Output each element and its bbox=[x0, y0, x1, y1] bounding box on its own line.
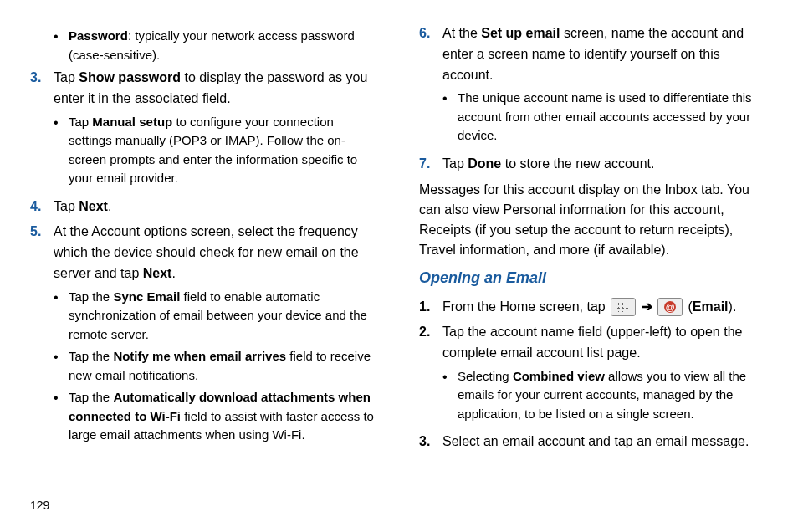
step-6-sub: • The unique account name is used to dif… bbox=[442, 89, 768, 146]
open-step-2-body: Tap the account name field (upper-left) … bbox=[442, 322, 768, 427]
manual-setup-label: Manual setup bbox=[92, 115, 172, 129]
step-4-number: 4. bbox=[30, 197, 54, 217]
text: . bbox=[171, 266, 175, 280]
step-5-number: 5. bbox=[30, 222, 54, 448]
email-icon bbox=[657, 298, 683, 316]
step-6-number: 6. bbox=[419, 23, 442, 149]
manual-setup-text: Tap Manual setup to configure your conne… bbox=[69, 113, 379, 188]
text: to store the new account. bbox=[501, 156, 654, 171]
text: Selecting bbox=[458, 369, 513, 383]
password-bullet-wrap: • Password: typically your network acces… bbox=[54, 27, 379, 64]
page-content: • Password: typically your network acces… bbox=[0, 0, 798, 458]
step-4: 4. Tap Next. bbox=[30, 197, 379, 217]
step-4-body: Tap Next. bbox=[54, 197, 379, 217]
text: Tap the bbox=[69, 289, 113, 304]
text: At the bbox=[442, 26, 481, 40]
set-up-email-label: Set up email bbox=[481, 26, 560, 40]
show-password-label: Show password bbox=[79, 70, 181, 84]
step-7-body: Tap Done to store the new account. bbox=[442, 154, 768, 175]
text: Tap the bbox=[69, 390, 113, 404]
open-step-3-number: 3. bbox=[419, 432, 442, 453]
unique-name-text: The unique account name is used to diffe… bbox=[458, 89, 768, 146]
step-5-body: At the Account options screen, select th… bbox=[54, 222, 379, 448]
step-5-sub1: • Tap the Sync Email field to enable aut… bbox=[54, 288, 379, 345]
step-3-body: Tap Show password to display the passwor… bbox=[54, 68, 379, 192]
open-step-2-sub: • Selecting Combined view allows you to … bbox=[442, 367, 768, 424]
right-column: 6. At the Set up email screen, name the … bbox=[419, 23, 768, 458]
notify-text: Tap the Notify me when email arrives fie… bbox=[69, 347, 379, 385]
text: . bbox=[108, 199, 111, 213]
step-5-sub2: • Tap the Notify me when email arrives f… bbox=[54, 347, 379, 385]
step-3-number: 3. bbox=[30, 68, 54, 192]
text: Tap bbox=[54, 70, 79, 84]
open-step-2-number: 2. bbox=[419, 322, 442, 427]
done-label: Done bbox=[468, 156, 501, 171]
left-column: • Password: typically your network acces… bbox=[30, 23, 379, 458]
step-7: 7. Tap Done to store the new account. bbox=[419, 154, 768, 175]
password-label: Password bbox=[69, 28, 128, 43]
email-label: Email bbox=[693, 299, 729, 314]
text: Tap the bbox=[69, 349, 113, 363]
text: ( bbox=[684, 299, 693, 314]
open-step-1: 1. From the Home screen, tap ➔ (Email). bbox=[419, 297, 768, 318]
open-step-3: 3. Select an email account and tap an em… bbox=[419, 432, 768, 453]
bullet-dot: • bbox=[442, 367, 458, 424]
account-messages-paragraph: Messages for this account display on the… bbox=[419, 180, 768, 260]
text: Tap the account name field (upper-left) … bbox=[442, 325, 742, 360]
auto-download-text: Tap the Automatically download attachmen… bbox=[69, 388, 379, 445]
next-label: Next bbox=[143, 266, 172, 280]
bullet-dot: • bbox=[54, 347, 69, 385]
opening-email-heading: Opening an Email bbox=[419, 267, 768, 290]
step-3: 3. Tap Show password to display the pass… bbox=[30, 68, 379, 192]
combined-view-text: Selecting Combined view allows you to vi… bbox=[458, 367, 768, 424]
notify-label: Notify me when email arrives bbox=[113, 349, 286, 363]
text: Tap bbox=[442, 156, 468, 171]
step-3-sub: • Tap Manual setup to configure your con… bbox=[54, 113, 379, 188]
step-5: 5. At the Account options screen, select… bbox=[30, 222, 379, 448]
bullet-dot: • bbox=[442, 89, 458, 146]
step-6-body: At the Set up email screen, name the acc… bbox=[442, 23, 768, 149]
password-text: Password: typically your network access … bbox=[69, 27, 379, 64]
step-7-number: 7. bbox=[419, 154, 442, 175]
bullet-dot: • bbox=[54, 388, 69, 445]
combined-view-label: Combined view bbox=[513, 369, 605, 383]
sync-email-label: Sync Email bbox=[113, 289, 180, 304]
open-step-1-number: 1. bbox=[419, 297, 442, 318]
page-number: 129 bbox=[30, 499, 49, 512]
text: From the Home screen, tap bbox=[442, 299, 609, 314]
text: Tap bbox=[69, 115, 92, 129]
bullet-dot: • bbox=[54, 27, 69, 64]
bullet-dot: • bbox=[54, 113, 69, 188]
text: ). bbox=[729, 299, 737, 314]
sync-email-text: Tap the Sync Email field to enable autom… bbox=[69, 288, 379, 345]
open-step-2: 2. Tap the account name field (upper-lef… bbox=[419, 322, 768, 427]
open-step-1-body: From the Home screen, tap ➔ (Email). bbox=[442, 297, 768, 318]
open-step-3-body: Select an email account and tap an email… bbox=[442, 432, 768, 453]
text: Tap bbox=[54, 199, 79, 213]
step-6: 6. At the Set up email screen, name the … bbox=[419, 23, 768, 149]
bullet-dot: • bbox=[54, 288, 69, 345]
apps-icon bbox=[611, 298, 636, 316]
text: At the Account options screen, select th… bbox=[54, 224, 359, 280]
step-5-sub3: • Tap the Automatically download attachm… bbox=[54, 388, 379, 445]
password-bullet: • Password: typically your network acces… bbox=[54, 27, 379, 64]
arrow-icon: ➔ bbox=[637, 299, 656, 314]
next-label: Next bbox=[79, 199, 108, 213]
